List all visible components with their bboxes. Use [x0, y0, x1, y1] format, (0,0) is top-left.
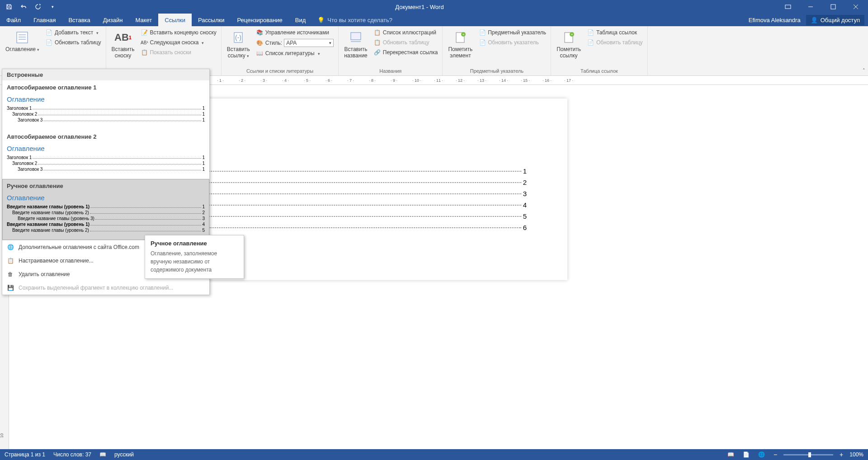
tab-рассылки[interactable]: Рассылки: [192, 14, 231, 26]
style-icon: 🎨: [256, 39, 264, 47]
manage-sources-button[interactable]: 📚Управление источниками: [255, 28, 335, 37]
tab-ссылки[interactable]: Ссылки: [158, 14, 192, 26]
mark-entry-icon: +: [453, 30, 468, 45]
citation-style-select[interactable]: 🎨Стиль: APA▾: [255, 38, 335, 48]
insert-endnote-button[interactable]: 📝Вставить концевую сноску: [139, 28, 218, 37]
window-title: Документ1 - Word: [61, 4, 778, 10]
ribbon-group-index: + Пометить элемент 📄Предметный указатель…: [443, 26, 551, 75]
toc-icon: [14, 30, 30, 45]
view-web-icon[interactable]: 🌐: [756, 450, 767, 459]
zoom-slider[interactable]: [783, 454, 833, 455]
gallery-header-builtin: Встроенные: [2, 69, 209, 80]
menu-bar: ФайлГлавнаяВставкаДизайнМакетСсылкиРассы…: [0, 14, 868, 26]
zoom-out-button[interactable]: −: [772, 451, 779, 458]
add-text-button[interactable]: 📄Добавить текст: [44, 28, 103, 37]
insert-footnote-button[interactable]: AB1 Вставить сноску: [109, 28, 137, 61]
add-text-icon: 📄: [46, 29, 53, 36]
preview-line: Заголовок 31: [7, 167, 205, 172]
user-name[interactable]: Efimova Aleksandra: [749, 17, 801, 23]
undo-icon[interactable]: [18, 1, 29, 12]
tooltip: Ручное оглавление Оглавление, заполняемо…: [145, 235, 244, 279]
insert-authorities-button[interactable]: 📄Таблица ссылок: [585, 28, 645, 37]
status-page[interactable]: Страница 1 из 1: [5, 451, 45, 458]
update-icon: 📋: [374, 39, 381, 46]
update-icon: 📄: [587, 39, 594, 46]
update-icon: 📄: [46, 39, 53, 46]
ribbon-group-citations: (-) Вставить ссылку 📚Управление источник…: [222, 26, 339, 75]
preview-line: Введите название главы (уровень 2)5: [7, 228, 205, 233]
status-proofing-icon[interactable]: 📖: [99, 451, 106, 458]
tab-файл[interactable]: Файл: [0, 14, 27, 26]
next-footnote-button[interactable]: AB¹Следующая сноска: [139, 38, 218, 47]
svg-text:+: +: [462, 33, 465, 37]
status-bar: Страница 1 из 1 Число слов: 37 📖 русский…: [0, 449, 868, 460]
figures-list-icon: 📋: [374, 29, 381, 36]
gallery-item-auto2[interactable]: Автособираемое оглавление 2 Оглавление З…: [2, 130, 209, 179]
citation-icon: (-): [231, 30, 246, 45]
maximize-icon[interactable]: [823, 0, 844, 14]
tab-макет[interactable]: Макет: [129, 14, 158, 26]
save-icon[interactable]: [4, 1, 14, 12]
show-footnotes-button[interactable]: 📋Показать сноски: [139, 48, 218, 57]
bibliography-button[interactable]: 📖Список литературы: [255, 49, 335, 58]
gallery-item-auto1[interactable]: Автособираемое оглавление 1 Оглавление З…: [2, 80, 209, 130]
save-selection-icon: 💾: [7, 284, 14, 291]
office-icon: 🌐: [7, 244, 14, 251]
insert-citation-button[interactable]: (-) Вставить ссылку: [224, 28, 253, 61]
minimize-icon[interactable]: [800, 0, 821, 14]
tab-дизайн[interactable]: Дизайн: [97, 14, 129, 26]
list-of-figures-button[interactable]: 📋Список иллюстраций: [372, 28, 440, 37]
ribbon-display-icon[interactable]: [778, 0, 798, 14]
view-print-icon[interactable]: 📄: [741, 450, 752, 459]
insert-caption-button[interactable]: Вставить название: [341, 28, 370, 61]
zoom-level[interactable]: 100%: [849, 451, 863, 458]
gallery-save-selection: 💾 Сохранить выделенный фрагмент в коллек…: [2, 281, 209, 295]
update-figures-button[interactable]: 📋Обновить таблицу: [372, 38, 440, 47]
mark-citation-button[interactable]: + Пометить ссылку: [554, 28, 584, 61]
zoom-in-button[interactable]: +: [838, 451, 845, 458]
index-icon: 📄: [479, 29, 486, 36]
update-icon: 📄: [479, 39, 486, 46]
share-icon: 👤: [811, 17, 818, 23]
caption-icon: [348, 30, 363, 45]
ribbon-group-toc: Оглавление 📄Добавить текст 📄Обновить таб…: [0, 26, 106, 75]
cross-reference-button[interactable]: 🔗Перекрестная ссылка: [372, 48, 440, 57]
svg-rect-2: [831, 5, 835, 9]
window-controls: [778, 0, 868, 14]
custom-toc-icon: 📋: [7, 257, 14, 264]
redo-icon[interactable]: [33, 1, 43, 12]
tooltip-title: Ручное оглавление: [151, 240, 238, 247]
footnote-icon: AB1: [115, 30, 131, 45]
tab-вид[interactable]: Вид: [289, 14, 312, 26]
tab-главная[interactable]: Главная: [27, 14, 62, 26]
share-button[interactable]: 👤 Общий доступ: [806, 15, 864, 25]
tell-me-search[interactable]: 💡 Что вы хотите сделать?: [312, 14, 398, 26]
lightbulb-icon: 💡: [317, 17, 325, 23]
toc-button[interactable]: Оглавление: [3, 28, 42, 54]
collapse-ribbon-icon[interactable]: ˄: [863, 68, 865, 74]
ribbon-group-captions: Вставить название 📋Список иллюстраций 📋О…: [339, 26, 443, 75]
gallery-item-manual[interactable]: Ручное оглавление Оглавление Введите наз…: [2, 179, 209, 240]
authorities-icon: 📄: [587, 29, 594, 36]
status-language[interactable]: русский: [114, 451, 134, 458]
mark-entry-button[interactable]: + Пометить элемент: [445, 28, 475, 61]
bibliography-icon: 📖: [256, 50, 264, 57]
status-words[interactable]: Число слов: 37: [53, 451, 91, 458]
view-read-icon[interactable]: 📖: [726, 450, 736, 459]
update-index-button[interactable]: 📄Обновить указатель: [477, 38, 548, 47]
quick-access-toolbar: ▾: [0, 1, 61, 12]
remove-icon: 🗑: [7, 271, 14, 278]
insert-index-button[interactable]: 📄Предметный указатель: [477, 28, 548, 37]
tab-рецензирование[interactable]: Рецензирование: [231, 14, 288, 26]
next-footnote-icon: AB¹: [141, 39, 148, 46]
update-toc-button[interactable]: 📄Обновить таблицу: [44, 38, 103, 47]
manage-sources-icon: 📚: [256, 29, 264, 36]
tab-вставка[interactable]: Вставка: [62, 14, 96, 26]
ribbon-group-footnotes: AB1 Вставить сноску 📝Вставить концевую с…: [106, 26, 222, 75]
close-icon[interactable]: [845, 0, 866, 14]
svg-rect-0: [785, 5, 791, 9]
tooltip-body: Оглавление, заполняемое вручную независи…: [151, 249, 238, 274]
show-notes-icon: 📋: [141, 49, 148, 56]
update-authorities-button[interactable]: 📄Обновить таблицу: [585, 38, 645, 47]
qat-customize-icon[interactable]: ▾: [47, 1, 58, 12]
